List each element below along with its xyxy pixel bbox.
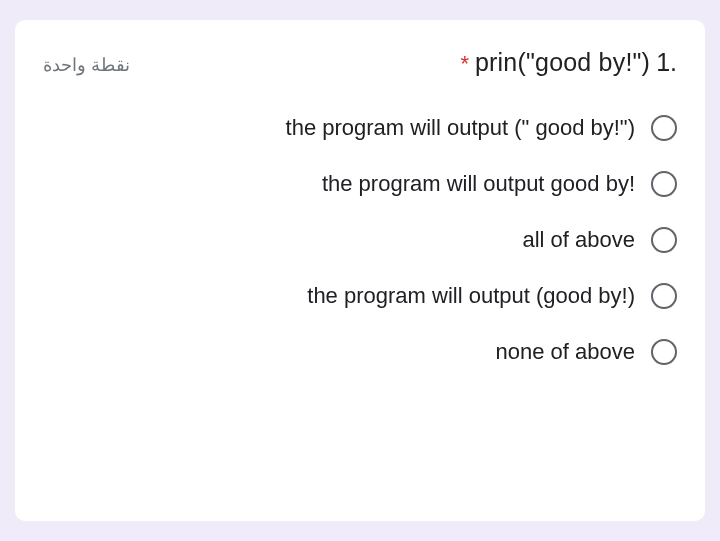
option-0[interactable]: the program will output (" good by!")	[286, 115, 677, 141]
option-label: all of above	[522, 227, 635, 253]
option-label: the program will output (" good by!")	[286, 115, 635, 141]
required-asterisk: *	[460, 51, 469, 77]
question-number: .1	[656, 48, 677, 77]
question-card: نقطة واحدة .1 prin("good by!") * the pro…	[15, 20, 705, 521]
radio-icon	[651, 115, 677, 141]
options-list: the program will output (" good by!") th…	[43, 115, 677, 365]
question-header: نقطة واحدة .1 prin("good by!") *	[43, 48, 677, 77]
radio-icon	[651, 339, 677, 365]
option-2[interactable]: all of above	[522, 227, 677, 253]
radio-icon	[651, 283, 677, 309]
option-4[interactable]: none of above	[496, 339, 677, 365]
option-label: the program will output (good by!)	[307, 283, 635, 309]
question-title: prin("good by!")	[475, 48, 650, 77]
points-label: نقطة واحدة	[43, 54, 130, 76]
radio-icon	[651, 171, 677, 197]
option-3[interactable]: the program will output (good by!)	[307, 283, 677, 309]
option-label: the program will output good by!	[322, 171, 635, 197]
radio-icon	[651, 227, 677, 253]
option-label: none of above	[496, 339, 635, 365]
option-1[interactable]: the program will output good by!	[322, 171, 677, 197]
question-title-wrap: .1 prin("good by!") *	[460, 48, 677, 77]
